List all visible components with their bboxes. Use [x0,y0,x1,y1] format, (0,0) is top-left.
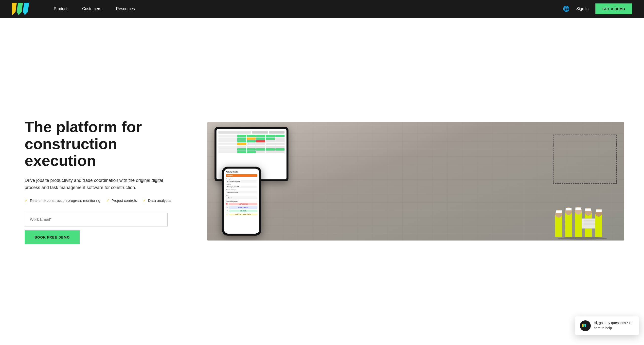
phone-mockup: Activity Details Exception Description A… [222,167,261,236]
hero-title: The platform for construction execution [25,118,192,169]
email-input[interactable] [25,213,168,227]
check-icon-2: ✓ [106,198,110,203]
svg-rect-7 [565,212,572,237]
svg-rect-15 [585,209,591,211]
check-icon-1: ✓ [25,198,28,203]
navbar: Product Customers Resources 🌐 Sign In GE… [0,0,644,18]
svg-marker-25 [583,324,585,328]
hero-section: The platform for construction execution … [0,18,644,345]
chat-message: Hi, got any questions? I'm here to help. [594,320,634,331]
hero-subtitle: Drive jobsite productivity and trade coo… [25,177,168,191]
chat-avatar [580,320,591,331]
feature-item-1: ✓ Real-time construction progress monito… [25,198,100,203]
nav-product[interactable]: Product [54,7,67,11]
svg-marker-24 [582,324,583,328]
navbar-right: 🌐 Sign In GET A DEMO [563,3,632,14]
nav-resources[interactable]: Resources [116,7,135,11]
svg-rect-21 [595,214,602,237]
feature-label-2: Project controls [112,198,137,203]
svg-rect-10 [575,212,582,237]
chat-header: Hi, got any questions? I'm here to help. [580,320,634,331]
feature-label-3: Data analytics [148,198,171,203]
svg-rect-9 [566,208,572,210]
svg-marker-0 [12,3,17,15]
nav-customers[interactable]: Customers [82,7,101,11]
dashed-rectangle [553,135,617,184]
chat-widget[interactable]: Hi, got any questions? I'm here to help. [575,317,639,335]
hero-form: BOOK FREE DEMO [25,213,168,244]
feature-item-2: ✓ Project controls [106,198,137,203]
signin-button[interactable]: Sign In [576,7,589,11]
get-demo-button[interactable]: GET A DEMO [596,3,632,14]
main-nav: Product Customers Resources [54,7,563,11]
svg-marker-1 [16,3,23,15]
svg-rect-16 [582,219,597,228]
svg-rect-6 [556,210,562,213]
svg-rect-23 [596,209,602,212]
phone-screen-title: Activity Details [226,171,258,173]
hero-image: Activity Details Exception Description A… [207,122,624,241]
svg-point-3 [558,237,607,240]
globe-icon[interactable]: 🌐 [563,6,570,12]
logo[interactable] [12,3,39,15]
svg-marker-2 [22,3,29,15]
hero-content: The platform for construction execution … [25,118,192,244]
svg-marker-26 [584,324,586,328]
feature-item-3: ✓ Data analytics [143,198,171,203]
book-demo-button[interactable]: BOOK FREE DEMO [25,230,80,244]
feature-label-1: Real-time construction progress monitori… [30,198,100,203]
hero-features: ✓ Real-time construction progress monito… [25,198,192,203]
svg-rect-4 [555,215,562,237]
svg-rect-12 [576,208,582,210]
workers-image [550,190,614,241]
check-icon-3: ✓ [143,198,146,203]
